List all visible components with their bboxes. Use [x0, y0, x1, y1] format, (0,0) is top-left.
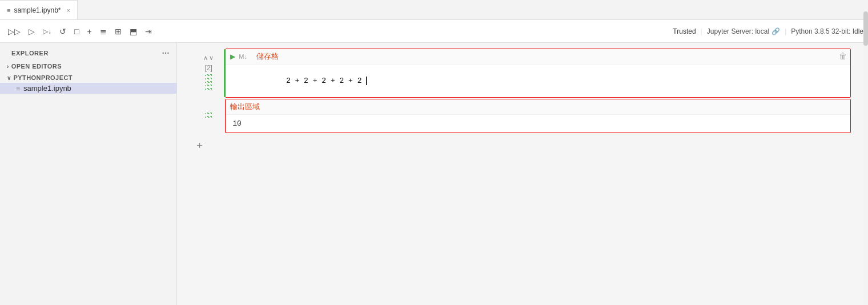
scrollbar-thumb[interactable] [863, 43, 868, 46]
tab-close-button[interactable]: × [66, 7, 70, 14]
restart-run-all-button[interactable]: ▷▷ [5, 25, 24, 38]
pythonproject-section: ∨ PYTHONPROJECT ≡ sample1.ipynb [0, 73, 176, 94]
out-stripe-2 [205, 116, 212, 118]
sidebar: EXPLORER ··· › OPEN EDITORS ∨ PYTHONPROJ… [0, 43, 177, 305]
toolbar-right: Trusted | Jupyter Server: local 🔗 | Pyth… [673, 27, 863, 35]
output-gutter-decoration [205, 113, 212, 118]
cell-run-button[interactable]: ▶ [230, 53, 235, 61]
cell-chevron-up[interactable]: ∧ [203, 54, 208, 62]
chevron-right-icon: › [7, 63, 9, 70]
scrollbar-track[interactable] [863, 43, 868, 305]
server-status-icon: 🔗 [771, 27, 780, 35]
jupyter-server-label: Jupyter Server: local 🔗 [707, 27, 780, 35]
stripe-5 [205, 88, 212, 90]
notebook-tab[interactable]: ≡ sample1.ipynb* × [0, 0, 78, 19]
undo-button[interactable]: ↺ [56, 25, 70, 38]
output-content: 10 [226, 115, 850, 133]
tab-bar: ≡ sample1.ipynb* × [0, 0, 868, 20]
stripe-1 [205, 74, 212, 76]
run-below-button[interactable]: ▷↓ [39, 25, 55, 38]
code-cell-box: ▶ M↓ 儲存格 2 + 2 + 2 + 2 + 2 🗑 [225, 49, 851, 98]
text-cursor [362, 77, 368, 85]
pythonproject-label: PYTHONPROJECT [13, 74, 73, 81]
tab-file-icon: ≡ [7, 7, 10, 14]
notebook-area: ∧ ∨ [2] ▶ M↓ [177, 43, 868, 305]
interrupt-button[interactable]: □ [71, 25, 82, 38]
output-header-title: 輸出區域 [230, 102, 260, 112]
export-button[interactable]: ⬒ [126, 25, 140, 38]
cell-header: ▶ M↓ 儲存格 [226, 49, 850, 65]
open-editors-section: › OPEN EDITORS [0, 61, 176, 71]
add-cell-row: + [194, 138, 851, 154]
output-cell-box: 輸出區域 10 [225, 99, 851, 133]
sidebar-title: EXPLORER [11, 50, 49, 57]
kernel-info-label[interactable]: Python 3.8.5 32-bit: Idle [791, 27, 863, 35]
notebook-toolbar: ▷▷ ▷ ▷↓ ↺ □ + ≣ ⊞ ⬒ ⇥ Trusted | Jupyter … [0, 20, 868, 43]
sidebar-more-button[interactable]: ··· [162, 49, 170, 58]
gutter-decoration [205, 74, 212, 90]
data-viewer-button[interactable]: ⊞ [111, 25, 125, 38]
output-header: 輸出區域 [226, 99, 850, 115]
trusted-label[interactable]: Trusted [673, 27, 696, 35]
cell-type-label: M↓ [239, 53, 247, 60]
cell-delete-button[interactable]: 🗑 [839, 51, 847, 61]
output-value: 10 [232, 119, 242, 128]
code-cell-container: ∧ ∨ [2] ▶ M↓ [194, 49, 851, 98]
variables-button[interactable]: ≣ [97, 25, 110, 38]
app-container: ≡ sample1.ipynb* × ▷▷ ▷ ▷↓ ↺ □ + ≣ ⊞ ⬒ ⇥… [0, 0, 868, 305]
run-all-button[interactable]: ▷ [25, 25, 38, 38]
stripe-3 [205, 81, 212, 83]
tab-label: sample1.ipynb* [14, 6, 61, 14]
active-cell-indicator [224, 49, 226, 97]
cell-gutter: ∧ ∨ [2] [194, 49, 223, 90]
cell-execution-count: [2] [205, 64, 212, 72]
stripe-2 [205, 78, 212, 79]
sidebar-header: EXPLORER ··· [0, 43, 176, 60]
cell-code-content[interactable]: 2 + 2 + 2 + 2 + 2 [226, 65, 850, 97]
file-label: sample1.ipynb [23, 84, 71, 93]
cell-chevron-down[interactable]: ∨ [209, 54, 214, 62]
stripe-4 [205, 85, 212, 86]
output-cell-container: 輸出區域 10 [194, 99, 851, 133]
file-icon: ≡ [16, 85, 20, 93]
output-gutter [194, 99, 223, 118]
open-editors-toggle[interactable]: › OPEN EDITORS [0, 61, 176, 71]
out-stripe-1 [205, 113, 212, 114]
add-cell-toolbar-button[interactable]: + [83, 25, 95, 38]
sidebar-item-sample1[interactable]: ≡ sample1.ipynb [0, 83, 176, 94]
pythonproject-toggle[interactable]: ∨ PYTHONPROJECT [0, 73, 176, 83]
add-cell-button[interactable]: + [194, 140, 205, 152]
open-editors-label: OPEN EDITORS [11, 63, 62, 70]
outline-button[interactable]: ⇥ [142, 25, 155, 38]
main-content: EXPLORER ··· › OPEN EDITORS ∨ PYTHONPROJ… [0, 43, 868, 305]
cell-header-title: 儲存格 [256, 51, 279, 62]
chevron-down-icon: ∨ [7, 75, 11, 81]
